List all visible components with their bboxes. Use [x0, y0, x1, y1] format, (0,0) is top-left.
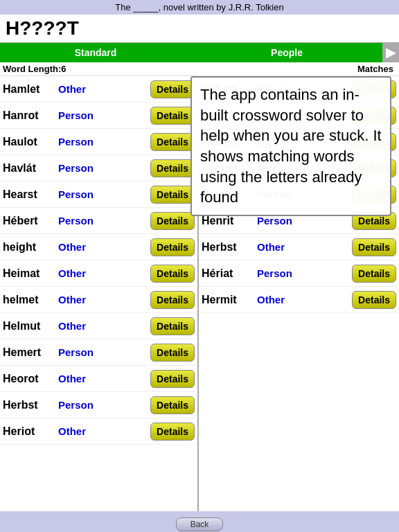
- word-type: Person: [58, 346, 150, 358]
- main-content: HamletOtherDetailsHanrotPersonDetailsHau…: [0, 76, 399, 511]
- word-type: Other: [257, 241, 352, 253]
- details-button[interactable]: Details: [150, 159, 195, 177]
- left-list-item: HeimatOtherDetails: [0, 260, 197, 287]
- left-list-item: HamletOtherDetails: [0, 76, 197, 103]
- left-list-item: HerbstPersonDetails: [0, 392, 197, 418]
- word-type: Other: [257, 294, 352, 305]
- word-type: Other: [58, 320, 150, 332]
- details-button[interactable]: Details: [150, 238, 195, 256]
- word-type: Person: [257, 215, 352, 227]
- word-name: Hemert: [3, 346, 58, 359]
- word-name: Hériat: [202, 267, 257, 280]
- bottom-bar: Back: [0, 517, 399, 532]
- word-type: Person: [58, 215, 150, 227]
- word-name: Heimat: [3, 267, 58, 280]
- word-type: Person: [257, 267, 352, 279]
- word-type: Person: [58, 188, 150, 200]
- word-name: Hearst: [3, 188, 58, 201]
- word-type: Other: [58, 373, 150, 384]
- word-type: Other: [58, 83, 150, 95]
- left-panel: HamletOtherDetailsHanrotPersonDetailsHau…: [0, 76, 199, 511]
- word-name: Haulot: [3, 136, 58, 148]
- left-list-item: HaulotPersonDetails: [0, 129, 197, 155]
- word-name: Hanrot: [3, 109, 58, 122]
- left-list-item: HeorotOtherDetails: [0, 366, 197, 392]
- word-type: Person: [58, 136, 150, 148]
- top-bar: The _____, novel written by J.R.R. Tolki…: [0, 0, 399, 15]
- word-name: height: [3, 241, 58, 254]
- tooltip-text: The app contains an in-built crossword s…: [200, 86, 382, 206]
- details-button[interactable]: Details: [352, 238, 396, 256]
- tab-standard[interactable]: Standard: [0, 43, 191, 62]
- details-button[interactable]: Details: [150, 423, 195, 441]
- left-list-item: HemertPersonDetails: [0, 339, 197, 366]
- tooltip-overlay: The app contains an in-built crossword s…: [190, 76, 391, 216]
- word-name: Heriot: [3, 425, 58, 438]
- tab-more[interactable]: ▶: [382, 43, 399, 62]
- word-name: Hamlet: [3, 83, 58, 96]
- details-button[interactable]: Details: [150, 212, 195, 230]
- matches-header: Matches: [357, 64, 396, 74]
- word-name: Heorot: [3, 373, 58, 385]
- details-button[interactable]: Details: [150, 291, 195, 309]
- top-bar-text: The _____, novel written by J.R.R. Tolki…: [115, 2, 283, 12]
- details-button[interactable]: Details: [150, 317, 195, 335]
- word-name: Henrit: [202, 215, 257, 227]
- details-button[interactable]: Details: [150, 344, 195, 362]
- details-button[interactable]: Details: [150, 370, 195, 388]
- details-button[interactable]: Details: [150, 396, 195, 414]
- word-type: Other: [58, 425, 150, 437]
- left-list-item: HavlátPersonDetails: [0, 155, 197, 181]
- search-value: H????T: [6, 17, 79, 39]
- tab-row: Standard People ▶: [0, 43, 399, 62]
- left-list-item: HanrotPersonDetails: [0, 103, 197, 129]
- right-list-item: HermitOtherDetails: [199, 287, 399, 313]
- word-name: Helmut: [3, 320, 58, 332]
- word-name: Havlát: [3, 162, 58, 175]
- details-button[interactable]: Details: [352, 265, 396, 283]
- right-list-item: HerbstOtherDetails: [199, 234, 399, 260]
- word-type: Person: [58, 109, 150, 121]
- details-button[interactable]: Details: [150, 107, 195, 125]
- left-list-item: heightOtherDetails: [0, 234, 197, 260]
- left-list-item: helmetOtherDetails: [0, 287, 197, 313]
- word-name: helmet: [3, 294, 58, 306]
- word-type: Person: [58, 162, 150, 174]
- details-button[interactable]: Details: [352, 291, 396, 309]
- back-button[interactable]: Back: [176, 517, 224, 531]
- details-button[interactable]: Details: [150, 133, 195, 151]
- word-name: Herbst: [202, 241, 257, 254]
- word-type: Other: [58, 241, 150, 253]
- right-list-item: HériatPersonDetails: [199, 260, 399, 287]
- word-name: Herbst: [3, 399, 58, 411]
- left-list-item: HelmutOtherDetails: [0, 313, 197, 339]
- left-list-item: HébertPersonDetails: [0, 208, 197, 234]
- word-length-header: Word Length:6: [3, 64, 357, 74]
- details-button[interactable]: Details: [150, 80, 195, 98]
- word-name: Hermit: [202, 294, 257, 306]
- word-type: Person: [58, 399, 150, 411]
- word-name: Hébert: [3, 215, 58, 227]
- column-headers: Word Length:6 Matches: [0, 62, 399, 76]
- tab-people[interactable]: People: [191, 43, 382, 62]
- left-list-item: HearstPersonDetails: [0, 181, 197, 208]
- left-list-item: HeriotOtherDetails: [0, 418, 197, 445]
- details-button[interactable]: Details: [150, 186, 195, 204]
- details-button[interactable]: Details: [150, 265, 195, 283]
- word-type: Other: [58, 294, 150, 305]
- word-type: Other: [58, 267, 150, 279]
- search-display: H????T: [0, 15, 399, 43]
